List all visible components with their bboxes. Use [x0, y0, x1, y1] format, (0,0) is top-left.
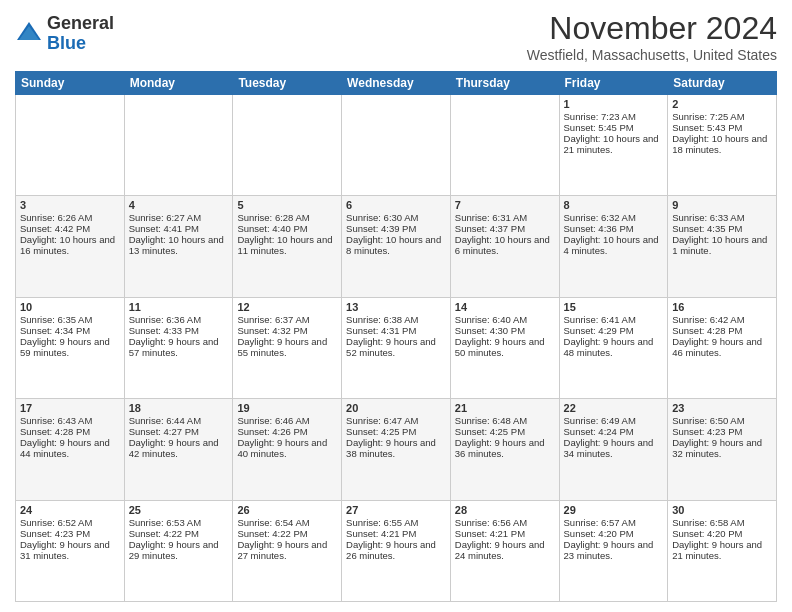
day-info: Sunset: 4:37 PM [455, 223, 555, 234]
day-info: Sunset: 4:36 PM [564, 223, 664, 234]
day-number: 15 [564, 301, 664, 313]
table-row: 2Sunrise: 7:25 AMSunset: 5:43 PMDaylight… [668, 95, 777, 196]
day-info: Sunset: 4:34 PM [20, 325, 120, 336]
day-number: 7 [455, 199, 555, 211]
day-info: Sunrise: 6:42 AM [672, 314, 772, 325]
day-info: Sunrise: 6:30 AM [346, 212, 446, 223]
day-number: 30 [672, 504, 772, 516]
day-number: 2 [672, 98, 772, 110]
calendar-week-row: 10Sunrise: 6:35 AMSunset: 4:34 PMDayligh… [16, 297, 777, 398]
day-info: Sunrise: 6:28 AM [237, 212, 337, 223]
day-info: Daylight: 9 hours and 48 minutes. [564, 336, 664, 358]
day-info: Sunrise: 6:26 AM [20, 212, 120, 223]
day-info: Sunrise: 6:46 AM [237, 415, 337, 426]
day-info: Sunrise: 6:38 AM [346, 314, 446, 325]
table-row [233, 95, 342, 196]
page: General Blue November 2024 Westfield, Ma… [0, 0, 792, 612]
day-info: Sunrise: 6:43 AM [20, 415, 120, 426]
logo-icon [15, 20, 43, 48]
day-info: Sunrise: 6:50 AM [672, 415, 772, 426]
title-block: November 2024 Westfield, Massachusetts, … [527, 10, 777, 63]
day-info: Daylight: 9 hours and 23 minutes. [564, 539, 664, 561]
day-info: Sunset: 5:43 PM [672, 122, 772, 133]
day-info: Sunset: 4:20 PM [564, 528, 664, 539]
header-wednesday: Wednesday [342, 72, 451, 95]
table-row: 4Sunrise: 6:27 AMSunset: 4:41 PMDaylight… [124, 196, 233, 297]
day-info: Sunset: 4:21 PM [455, 528, 555, 539]
day-number: 12 [237, 301, 337, 313]
day-info: Sunset: 4:23 PM [672, 426, 772, 437]
day-info: Sunset: 4:30 PM [455, 325, 555, 336]
table-row: 11Sunrise: 6:36 AMSunset: 4:33 PMDayligh… [124, 297, 233, 398]
header-friday: Friday [559, 72, 668, 95]
day-info: Sunrise: 6:52 AM [20, 517, 120, 528]
day-info: Daylight: 9 hours and 38 minutes. [346, 437, 446, 459]
day-info: Sunset: 4:28 PM [20, 426, 120, 437]
day-info: Daylight: 9 hours and 21 minutes. [672, 539, 772, 561]
calendar-header-row: Sunday Monday Tuesday Wednesday Thursday… [16, 72, 777, 95]
table-row [16, 95, 125, 196]
day-info: Sunset: 4:22 PM [237, 528, 337, 539]
day-info: Sunrise: 6:31 AM [455, 212, 555, 223]
logo-general-text: General [47, 13, 114, 33]
day-info: Sunrise: 6:36 AM [129, 314, 229, 325]
day-number: 20 [346, 402, 446, 414]
day-info: Daylight: 10 hours and 13 minutes. [129, 234, 229, 256]
table-row: 1Sunrise: 7:23 AMSunset: 5:45 PMDaylight… [559, 95, 668, 196]
day-info: Daylight: 10 hours and 21 minutes. [564, 133, 664, 155]
header-monday: Monday [124, 72, 233, 95]
day-info: Sunset: 4:23 PM [20, 528, 120, 539]
table-row: 14Sunrise: 6:40 AMSunset: 4:30 PMDayligh… [450, 297, 559, 398]
day-info: Sunset: 4:31 PM [346, 325, 446, 336]
day-info: Sunset: 4:32 PM [237, 325, 337, 336]
day-info: Sunrise: 6:35 AM [20, 314, 120, 325]
day-number: 19 [237, 402, 337, 414]
day-info: Sunset: 4:25 PM [346, 426, 446, 437]
day-number: 17 [20, 402, 120, 414]
day-number: 26 [237, 504, 337, 516]
day-info: Daylight: 9 hours and 24 minutes. [455, 539, 555, 561]
logo: General Blue [15, 14, 114, 54]
table-row: 9Sunrise: 6:33 AMSunset: 4:35 PMDaylight… [668, 196, 777, 297]
day-number: 23 [672, 402, 772, 414]
table-row: 16Sunrise: 6:42 AMSunset: 4:28 PMDayligh… [668, 297, 777, 398]
table-row: 29Sunrise: 6:57 AMSunset: 4:20 PMDayligh… [559, 500, 668, 601]
day-number: 29 [564, 504, 664, 516]
table-row: 23Sunrise: 6:50 AMSunset: 4:23 PMDayligh… [668, 399, 777, 500]
day-info: Sunrise: 6:37 AM [237, 314, 337, 325]
day-info: Sunrise: 6:44 AM [129, 415, 229, 426]
day-info: Daylight: 9 hours and 52 minutes. [346, 336, 446, 358]
header-thursday: Thursday [450, 72, 559, 95]
day-info: Daylight: 10 hours and 16 minutes. [20, 234, 120, 256]
day-info: Daylight: 9 hours and 59 minutes. [20, 336, 120, 358]
day-number: 24 [20, 504, 120, 516]
header-saturday: Saturday [668, 72, 777, 95]
day-number: 4 [129, 199, 229, 211]
day-number: 25 [129, 504, 229, 516]
day-info: Daylight: 9 hours and 32 minutes. [672, 437, 772, 459]
day-info: Daylight: 9 hours and 36 minutes. [455, 437, 555, 459]
day-number: 27 [346, 504, 446, 516]
table-row: 10Sunrise: 6:35 AMSunset: 4:34 PMDayligh… [16, 297, 125, 398]
day-info: Daylight: 10 hours and 1 minute. [672, 234, 772, 256]
day-number: 9 [672, 199, 772, 211]
day-number: 14 [455, 301, 555, 313]
table-row: 5Sunrise: 6:28 AMSunset: 4:40 PMDaylight… [233, 196, 342, 297]
day-number: 16 [672, 301, 772, 313]
day-info: Sunrise: 6:27 AM [129, 212, 229, 223]
table-row [342, 95, 451, 196]
table-row: 25Sunrise: 6:53 AMSunset: 4:22 PMDayligh… [124, 500, 233, 601]
table-row: 27Sunrise: 6:55 AMSunset: 4:21 PMDayligh… [342, 500, 451, 601]
day-info: Sunrise: 6:56 AM [455, 517, 555, 528]
table-row: 18Sunrise: 6:44 AMSunset: 4:27 PMDayligh… [124, 399, 233, 500]
day-info: Daylight: 9 hours and 40 minutes. [237, 437, 337, 459]
calendar-week-row: 1Sunrise: 7:23 AMSunset: 5:45 PMDaylight… [16, 95, 777, 196]
location: Westfield, Massachusetts, United States [527, 47, 777, 63]
table-row: 3Sunrise: 6:26 AMSunset: 4:42 PMDaylight… [16, 196, 125, 297]
day-info: Daylight: 9 hours and 34 minutes. [564, 437, 664, 459]
calendar-week-row: 17Sunrise: 6:43 AMSunset: 4:28 PMDayligh… [16, 399, 777, 500]
table-row: 19Sunrise: 6:46 AMSunset: 4:26 PMDayligh… [233, 399, 342, 500]
day-number: 21 [455, 402, 555, 414]
day-info: Daylight: 9 hours and 26 minutes. [346, 539, 446, 561]
day-info: Sunrise: 6:57 AM [564, 517, 664, 528]
